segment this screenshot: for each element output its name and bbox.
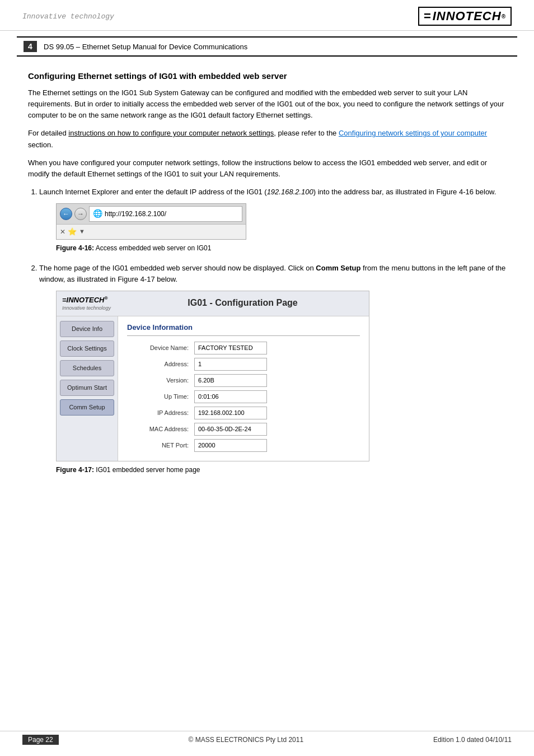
figure16-text: Access embedded web server on IG01 [96,244,212,252]
step1-italic: 192.168.2.100 [267,188,313,196]
field-label-net-port: NET Port: [127,441,194,450]
section-title: DS 99.05 – Ethernet Setup Manual for Dev… [44,43,247,51]
ig01-brand-name: INNOTECH [67,296,105,304]
field-row-net-port: NET Port: 20000 [127,439,360,452]
field-value-mac: 00-60-35-0D-2E-24 [194,423,267,436]
sidebar-item-schedules[interactable]: Schedules [60,360,114,376]
browser-back-btn[interactable]: ← [60,208,72,220]
footer-page-label: Page 22 [22,735,59,745]
ig01-main-panel: Device Information Device Name: FACTORY … [118,316,369,461]
step2-bold: Comm Setup [316,264,360,272]
browser-x-btn[interactable]: ✕ [60,227,65,237]
para2-suffix: section. [28,141,53,149]
field-label-ip: IP Address: [127,408,194,418]
section-bar: 4 DS 99.05 – Ethernet Setup Manual for D… [17,36,517,57]
figure-17-caption: Figure 4-17: IG01 embedded server home p… [56,465,506,475]
footer-center: © MASS ELECTRONICS Pty Ltd 2011 [189,736,304,744]
field-label-uptime: Up Time: [127,392,194,402]
step1-prefix: Launch Internet Explorer and enter the d… [39,188,267,196]
field-row-uptime: Up Time: 0:01:06 [127,390,360,403]
ig01-sidebar: Device Info Clock Settings Schedules Opt… [57,316,118,461]
figure16-label: Figure 4-16: [56,244,94,252]
innotech-brand: = INNOTECH® [418,7,512,26]
field-label-address: Address: [127,360,194,369]
step-1: Launch Internet Explorer and enter the d… [39,186,506,254]
ig01-logo-bold: =INNOTECH® [62,295,111,306]
field-value-version: 6.20B [194,374,267,387]
para2-underline: instructions on how to configure your co… [68,129,274,137]
header-tagline: Innovative technology [22,12,114,21]
ig01-logo: =INNOTECH® Innovative technology [62,295,111,312]
ig01-logo-sub: Innovative technology [62,305,111,312]
browser-screenshot: ← → 🌐 http://192.168.2.100/ ✕ ⭐ ▼ [56,203,246,240]
browser-toolbar: ← → 🌐 http://192.168.2.100/ [57,204,246,225]
brand-name: INNOTECH [433,9,502,24]
paragraph-1: The Ethernet settings on the IG01 Sub Sy… [28,87,506,121]
field-value-net-port: 20000 [194,439,267,452]
sidebar-item-device-info[interactable]: Device Info [60,321,114,337]
field-value-uptime: 0:01:06 [194,390,267,403]
ig01-screenshot: =INNOTECH® Innovative technology IG01 - … [56,291,369,462]
field-value-device-name: FACTORY TESTED [194,342,267,354]
step2-text-pre: The home page of the IG01 embedded web s… [39,264,316,272]
para2-mid: , please refer to the [274,129,339,137]
sidebar-item-clock-settings[interactable]: Clock Settings [60,340,114,357]
sidebar-item-comm-setup[interactable]: Comm Setup [60,399,114,416]
ig01-page-title: IG01 - Configuration Page [122,296,363,310]
field-row-address: Address: 1 [127,358,360,371]
browser-star-btn[interactable]: ⭐ [68,226,77,237]
page-footer: Page 22 © MASS ELECTRONICS Pty Ltd 2011 … [0,731,534,745]
main-content: Configuring Ethernet settings of IG01 wi… [0,57,534,501]
brand-equals: = [424,9,432,24]
ig01-body: Device Info Clock Settings Schedules Opt… [57,316,369,461]
field-row-mac: MAC Address: 00-60-35-0D-2E-24 [127,423,360,436]
field-label-version: Version: [127,376,194,385]
figure-16-caption: Figure 4-16: Access embedded web server … [56,243,506,254]
para2-prefix: For detailed [28,129,68,137]
field-row-ip: IP Address: 192.168.002.100 [127,407,360,419]
figure17-text: IG01 embedded server home page [96,466,200,474]
browser-url: http://192.168.2.100/ [105,209,166,220]
page-header: Innovative technology = INNOTECH® [0,0,534,31]
header-logo: = INNOTECH® [418,7,512,26]
browser-dropdown-btn[interactable]: ▼ [79,227,85,236]
field-label-device-name: Device Name: [127,343,194,353]
ig01-header: =INNOTECH® Innovative technology IG01 - … [57,291,369,316]
footer-right: Edition 1.0 dated 04/10/11 [433,736,512,744]
field-row-device-name: Device Name: FACTORY TESTED [127,342,360,354]
paragraph-2: For detailed instructions on how to conf… [28,128,506,150]
section-number: 4 [24,41,37,52]
ig01-section-title: Device Information [127,322,360,336]
field-label-mac: MAC Address: [127,424,194,434]
steps-list: Launch Internet Explorer and enter the d… [39,186,506,475]
main-heading: Configuring Ethernet settings of IG01 wi… [28,71,506,81]
step-2: The home page of the IG01 embedded web s… [39,263,506,475]
field-value-ip: 192.168.002.100 [194,407,267,419]
para2-link[interactable]: Configuring network settings of your com… [339,129,487,137]
browser-second-row: ✕ ⭐ ▼ [57,225,246,239]
browser-address-bar[interactable]: 🌐 http://192.168.2.100/ [89,206,242,222]
sidebar-item-optimum-start[interactable]: Optimum Start [60,380,114,396]
field-value-address: 1 [194,358,267,371]
browser-forward-btn[interactable]: → [74,208,87,220]
browser-globe-icon: 🌐 [93,208,102,220]
figure17-label: Figure 4-17: [56,466,94,474]
ig01-brand-equals: = [62,296,67,304]
paragraph-3: When you have configured your computer n… [28,157,506,180]
step1-suffix: ) into the address bar, as illustrated i… [313,188,496,196]
field-row-version: Version: 6.20B [127,374,360,387]
